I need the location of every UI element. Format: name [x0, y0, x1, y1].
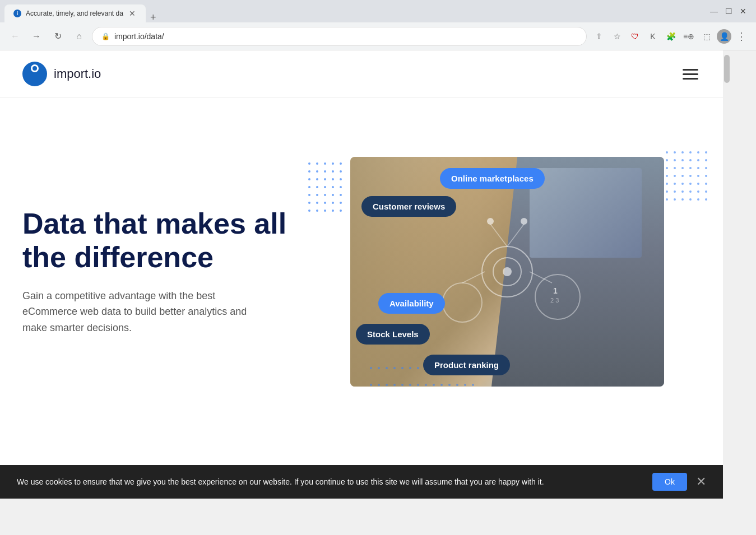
browser-chrome: i Accurate, timely, and relevant da ✕ + …: [0, 0, 756, 50]
puzzle-icon[interactable]: 🧩: [663, 29, 679, 44]
avatar[interactable]: 👤: [717, 29, 731, 44]
share-icon[interactable]: ⇧: [591, 29, 607, 44]
chrome-menu-icon[interactable]: ⋮: [734, 29, 749, 44]
hero-title: Data that makes all the difference: [22, 207, 291, 275]
logo-icon: [22, 62, 47, 86]
label-product-ranking: Product ranking: [423, 355, 510, 375]
window-controls: — ☐ ✕: [708, 5, 756, 17]
new-tab-button[interactable]: +: [146, 12, 161, 22]
back-button[interactable]: ←: [7, 28, 24, 45]
logo-text: import.io: [54, 67, 101, 81]
cookie-ok-button[interactable]: Ok: [652, 473, 687, 491]
cookie-text: We use cookies to ensure that we give yo…: [17, 476, 643, 488]
hamburger-line-3: [683, 78, 698, 80]
hero-text: Data that makes all the difference Gain …: [22, 207, 314, 336]
tab-title: Accurate, timely, and relevant da: [26, 10, 123, 17]
scrollbar-thumb[interactable]: [724, 55, 730, 83]
window-minimize-button[interactable]: —: [708, 5, 720, 17]
profile-extension-icon[interactable]: K: [645, 29, 661, 44]
scrollbar-track: [724, 50, 730, 499]
hero-visual: for(let i=0;i<35;i++) document.write('<d…: [314, 157, 701, 387]
active-tab[interactable]: i Accurate, timely, and relevant da ✕: [4, 4, 146, 22]
site-navigation: import.io: [0, 50, 723, 98]
dot-pattern-left: for(let i=0;i<35;i++) document.write('<d…: [308, 162, 342, 212]
url-text: import.io/data/: [114, 32, 577, 41]
cookie-banner: We use cookies to ensure that we give yo…: [0, 465, 723, 499]
window-restore-button[interactable]: ☐: [722, 5, 735, 17]
address-bar[interactable]: 🔒 import.io/data/: [92, 27, 587, 46]
tab-close-button[interactable]: ✕: [128, 9, 137, 18]
label-availability: Availability: [378, 293, 445, 314]
svg-point-2: [33, 66, 37, 71]
sidebar-icon[interactable]: ⬚: [699, 29, 715, 44]
toolbar-actions: ⇧ ☆ 🛡 K 🧩 ≡⊕ ⬚ 👤 ⋮: [591, 29, 749, 44]
secure-icon: 🔒: [101, 32, 110, 40]
hero-image: 1 2 3: [350, 157, 664, 387]
shield-extension-icon[interactable]: 🛡: [627, 29, 643, 44]
logo[interactable]: import.io: [22, 62, 101, 86]
person-head: [530, 168, 642, 258]
label-customer-reviews: Customer reviews: [361, 196, 456, 217]
media-icon[interactable]: ≡⊕: [681, 29, 697, 44]
forward-button[interactable]: →: [28, 28, 45, 45]
hero-subtitle: Gain a competitive advantage with the be…: [22, 288, 269, 336]
bookmark-icon[interactable]: ☆: [609, 29, 625, 44]
hamburger-line-1: [683, 69, 698, 71]
cookie-close-button[interactable]: ✕: [696, 476, 706, 488]
hamburger-line-2: [683, 73, 698, 75]
tab-favicon: i: [13, 10, 21, 17]
label-online-marketplaces: Online marketplaces: [440, 168, 545, 189]
page-content: import.io Data that makes all the differ…: [0, 50, 723, 499]
photo-background: 1 2 3: [350, 157, 664, 387]
reload-button[interactable]: ↻: [49, 28, 66, 45]
window-close-button[interactable]: ✕: [737, 5, 749, 17]
hamburger-menu[interactable]: [680, 67, 701, 82]
scrollbar[interactable]: [723, 50, 731, 499]
browser-toolbar: ← → ↻ ⌂ 🔒 import.io/data/ ⇧ ☆ 🛡 K 🧩 ≡⊕ ⬚…: [0, 22, 756, 50]
home-button[interactable]: ⌂: [71, 28, 87, 45]
dot-pattern-right: for(let i=0;i<42;i++) document.write('<d…: [666, 151, 706, 201]
label-stock-levels: Stock Levels: [356, 324, 430, 345]
browser-tabs: i Accurate, timely, and relevant da ✕ +: [0, 0, 708, 22]
hero-section: Data that makes all the difference Gain …: [0, 98, 723, 434]
title-bar: i Accurate, timely, and relevant da ✕ + …: [0, 0, 756, 22]
